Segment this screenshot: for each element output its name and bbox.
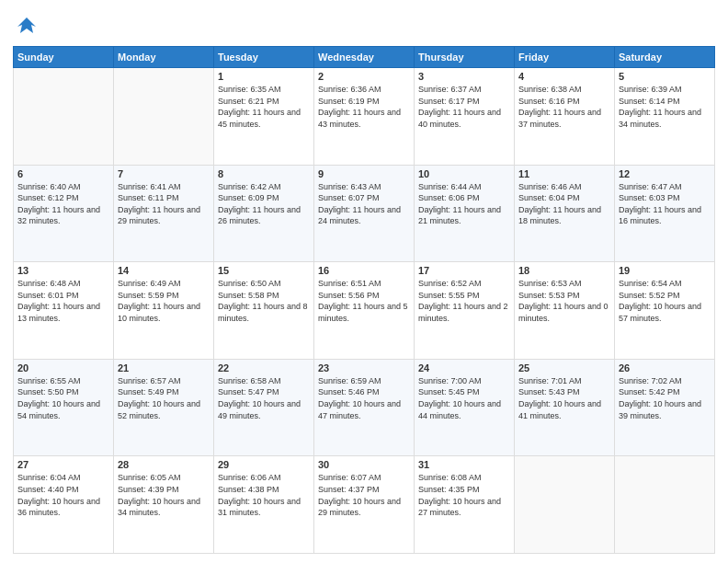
day-number: 24 bbox=[418, 362, 510, 373]
day-number: 23 bbox=[318, 362, 410, 373]
calendar-table: SundayMondayTuesdayWednesdayThursdayFrid… bbox=[13, 46, 715, 554]
calendar-day-cell: 18Sunrise: 6:53 AM Sunset: 5:53 PM Dayli… bbox=[515, 262, 615, 360]
calendar-day-cell: 16Sunrise: 6:51 AM Sunset: 5:56 PM Dayli… bbox=[314, 262, 415, 360]
day-number: 4 bbox=[518, 71, 610, 82]
day-info: Sunrise: 6:49 AM Sunset: 5:59 PM Dayligh… bbox=[118, 278, 210, 324]
header bbox=[13, 9, 715, 40]
day-number: 19 bbox=[619, 265, 711, 276]
day-info: Sunrise: 6:55 AM Sunset: 5:50 PM Dayligh… bbox=[17, 375, 109, 421]
day-number: 1 bbox=[218, 71, 310, 82]
day-info: Sunrise: 7:01 AM Sunset: 5:43 PM Dayligh… bbox=[518, 375, 610, 421]
calendar-day-cell: 4Sunrise: 6:38 AM Sunset: 6:16 PM Daylig… bbox=[515, 68, 615, 166]
calendar-day-cell: 6Sunrise: 6:40 AM Sunset: 6:12 PM Daylig… bbox=[14, 165, 114, 262]
calendar-day-cell: 5Sunrise: 6:39 AM Sunset: 6:14 PM Daylig… bbox=[615, 68, 715, 166]
day-info: Sunrise: 6:52 AM Sunset: 5:55 PM Dayligh… bbox=[418, 278, 510, 324]
calendar-week-row: 27Sunrise: 6:04 AM Sunset: 4:40 PM Dayli… bbox=[14, 456, 715, 554]
day-info: Sunrise: 6:44 AM Sunset: 6:06 PM Dayligh… bbox=[418, 181, 510, 227]
calendar-day-cell bbox=[515, 456, 615, 554]
day-number: 28 bbox=[118, 459, 210, 470]
calendar-week-row: 13Sunrise: 6:48 AM Sunset: 6:01 PM Dayli… bbox=[14, 262, 715, 360]
day-info: Sunrise: 6:04 AM Sunset: 4:40 PM Dayligh… bbox=[17, 472, 109, 518]
calendar-day-cell: 2Sunrise: 6:36 AM Sunset: 6:19 PM Daylig… bbox=[314, 68, 415, 166]
day-of-week-header: Saturday bbox=[615, 47, 715, 68]
day-info: Sunrise: 6:51 AM Sunset: 5:56 PM Dayligh… bbox=[318, 278, 410, 324]
day-number: 18 bbox=[518, 265, 610, 276]
svg-marker-0 bbox=[17, 17, 36, 33]
day-info: Sunrise: 6:40 AM Sunset: 6:12 PM Dayligh… bbox=[17, 181, 109, 227]
day-info: Sunrise: 6:37 AM Sunset: 6:17 PM Dayligh… bbox=[418, 84, 510, 130]
calendar-day-cell: 13Sunrise: 6:48 AM Sunset: 6:01 PM Dayli… bbox=[14, 262, 114, 360]
day-info: Sunrise: 6:43 AM Sunset: 6:07 PM Dayligh… bbox=[318, 181, 410, 227]
logo-icon bbox=[13, 13, 40, 40]
calendar-day-cell: 26Sunrise: 7:02 AM Sunset: 5:42 PM Dayli… bbox=[615, 359, 715, 456]
calendar-day-cell: 14Sunrise: 6:49 AM Sunset: 5:59 PM Dayli… bbox=[114, 262, 214, 360]
day-number: 15 bbox=[218, 265, 310, 276]
day-info: Sunrise: 6:53 AM Sunset: 5:53 PM Dayligh… bbox=[518, 278, 610, 324]
calendar-week-row: 20Sunrise: 6:55 AM Sunset: 5:50 PM Dayli… bbox=[14, 359, 715, 456]
day-number: 12 bbox=[619, 168, 711, 179]
calendar-day-cell: 28Sunrise: 6:05 AM Sunset: 4:39 PM Dayli… bbox=[114, 456, 214, 554]
day-info: Sunrise: 6:35 AM Sunset: 6:21 PM Dayligh… bbox=[218, 84, 310, 130]
day-info: Sunrise: 6:57 AM Sunset: 5:49 PM Dayligh… bbox=[118, 375, 210, 421]
day-info: Sunrise: 6:50 AM Sunset: 5:58 PM Dayligh… bbox=[218, 278, 310, 324]
calendar-day-cell bbox=[114, 68, 214, 166]
calendar-day-cell: 8Sunrise: 6:42 AM Sunset: 6:09 PM Daylig… bbox=[214, 165, 314, 262]
calendar-day-cell: 23Sunrise: 6:59 AM Sunset: 5:46 PM Dayli… bbox=[314, 359, 415, 456]
calendar-day-cell: 15Sunrise: 6:50 AM Sunset: 5:58 PM Dayli… bbox=[214, 262, 314, 360]
day-of-week-header: Thursday bbox=[415, 47, 515, 68]
day-info: Sunrise: 6:46 AM Sunset: 6:04 PM Dayligh… bbox=[518, 181, 610, 227]
day-number: 7 bbox=[118, 168, 210, 179]
day-number: 3 bbox=[418, 71, 510, 82]
calendar-day-cell: 7Sunrise: 6:41 AM Sunset: 6:11 PM Daylig… bbox=[114, 165, 214, 262]
calendar-header-row: SundayMondayTuesdayWednesdayThursdayFrid… bbox=[14, 47, 715, 68]
calendar-day-cell: 3Sunrise: 6:37 AM Sunset: 6:17 PM Daylig… bbox=[415, 68, 515, 166]
day-number: 25 bbox=[518, 362, 610, 373]
day-number: 8 bbox=[218, 168, 310, 179]
day-number: 21 bbox=[118, 362, 210, 373]
day-number: 6 bbox=[17, 168, 109, 179]
day-number: 17 bbox=[418, 265, 510, 276]
day-info: Sunrise: 6:48 AM Sunset: 6:01 PM Dayligh… bbox=[17, 278, 109, 324]
day-info: Sunrise: 6:54 AM Sunset: 5:52 PM Dayligh… bbox=[619, 278, 711, 324]
calendar-day-cell: 22Sunrise: 6:58 AM Sunset: 5:47 PM Dayli… bbox=[214, 359, 314, 456]
day-number: 22 bbox=[218, 362, 310, 373]
calendar-day-cell bbox=[615, 456, 715, 554]
calendar-day-cell: 10Sunrise: 6:44 AM Sunset: 6:06 PM Dayli… bbox=[415, 165, 515, 262]
day-number: 29 bbox=[218, 459, 310, 470]
calendar-day-cell: 25Sunrise: 7:01 AM Sunset: 5:43 PM Dayli… bbox=[515, 359, 615, 456]
day-info: Sunrise: 6:59 AM Sunset: 5:46 PM Dayligh… bbox=[318, 375, 410, 421]
day-info: Sunrise: 6:06 AM Sunset: 4:38 PM Dayligh… bbox=[218, 472, 310, 518]
calendar-day-cell: 12Sunrise: 6:47 AM Sunset: 6:03 PM Dayli… bbox=[615, 165, 715, 262]
calendar-day-cell: 1Sunrise: 6:35 AM Sunset: 6:21 PM Daylig… bbox=[214, 68, 314, 166]
day-info: Sunrise: 6:41 AM Sunset: 6:11 PM Dayligh… bbox=[118, 181, 210, 227]
day-info: Sunrise: 7:02 AM Sunset: 5:42 PM Dayligh… bbox=[619, 375, 711, 421]
day-number: 10 bbox=[418, 168, 510, 179]
day-of-week-header: Tuesday bbox=[214, 47, 314, 68]
day-info: Sunrise: 6:39 AM Sunset: 6:14 PM Dayligh… bbox=[619, 84, 711, 130]
calendar-day-cell: 27Sunrise: 6:04 AM Sunset: 4:40 PM Dayli… bbox=[14, 456, 114, 554]
calendar-day-cell: 11Sunrise: 6:46 AM Sunset: 6:04 PM Dayli… bbox=[515, 165, 615, 262]
day-info: Sunrise: 6:42 AM Sunset: 6:09 PM Dayligh… bbox=[218, 181, 310, 227]
day-of-week-header: Wednesday bbox=[314, 47, 415, 68]
day-number: 11 bbox=[518, 168, 610, 179]
day-info: Sunrise: 6:58 AM Sunset: 5:47 PM Dayligh… bbox=[218, 375, 310, 421]
calendar-week-row: 6Sunrise: 6:40 AM Sunset: 6:12 PM Daylig… bbox=[14, 165, 715, 262]
day-number: 2 bbox=[318, 71, 410, 82]
calendar-week-row: 1Sunrise: 6:35 AM Sunset: 6:21 PM Daylig… bbox=[14, 68, 715, 166]
day-number: 26 bbox=[619, 362, 711, 373]
calendar-day-cell: 31Sunrise: 6:08 AM Sunset: 4:35 PM Dayli… bbox=[415, 456, 515, 554]
day-info: Sunrise: 7:00 AM Sunset: 5:45 PM Dayligh… bbox=[418, 375, 510, 421]
logo bbox=[13, 13, 44, 40]
calendar-day-cell: 30Sunrise: 6:07 AM Sunset: 4:37 PM Dayli… bbox=[314, 456, 415, 554]
day-info: Sunrise: 6:08 AM Sunset: 4:35 PM Dayligh… bbox=[418, 472, 510, 518]
day-number: 30 bbox=[318, 459, 410, 470]
calendar-day-cell: 9Sunrise: 6:43 AM Sunset: 6:07 PM Daylig… bbox=[314, 165, 415, 262]
day-number: 14 bbox=[118, 265, 210, 276]
day-of-week-header: Sunday bbox=[14, 47, 114, 68]
calendar-day-cell bbox=[14, 68, 114, 166]
day-number: 16 bbox=[318, 265, 410, 276]
day-info: Sunrise: 6:38 AM Sunset: 6:16 PM Dayligh… bbox=[518, 84, 610, 130]
day-info: Sunrise: 6:47 AM Sunset: 6:03 PM Dayligh… bbox=[619, 181, 711, 227]
day-info: Sunrise: 6:07 AM Sunset: 4:37 PM Dayligh… bbox=[318, 472, 410, 518]
calendar-day-cell: 24Sunrise: 7:00 AM Sunset: 5:45 PM Dayli… bbox=[415, 359, 515, 456]
